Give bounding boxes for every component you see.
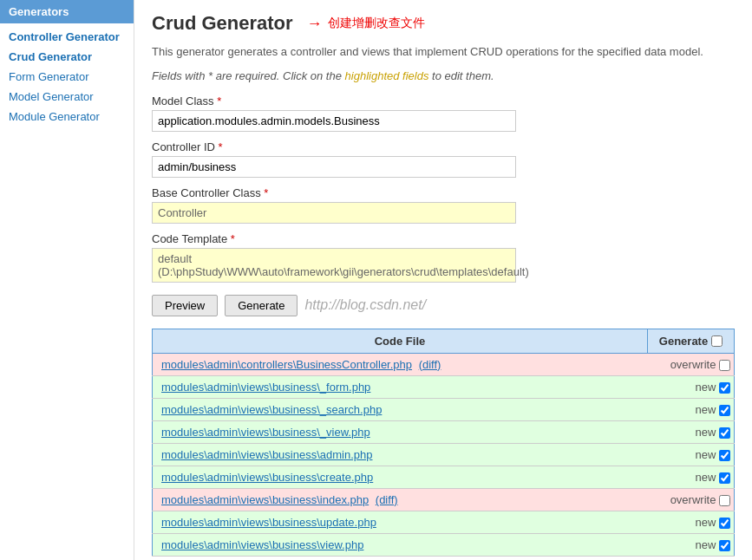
status-text: new — [696, 516, 719, 529]
status-cell: new — [648, 420, 735, 443]
sidebar-item-module-generator[interactable]: Module Generator — [0, 107, 134, 127]
watermark: http://blog.csdn.net/ — [304, 297, 426, 313]
code-template-value[interactable]: default (D:\phpStudy\WWW\auto\framework\… — [152, 248, 516, 283]
table-row: modules\admin\controllers\BusinessContro… — [153, 353, 735, 375]
status-text: new — [696, 381, 719, 394]
sidebar-nav: Controller Generator Crud Generator Form… — [0, 23, 134, 130]
sidebar: Generators Controller Generator Crud Gen… — [0, 0, 134, 560]
file-link[interactable]: modules\admin\controllers\BusinessContro… — [161, 358, 412, 371]
status-cell: new — [648, 466, 735, 488]
file-cell: modules\admin\views\business\create.php — [153, 466, 648, 488]
base-controller-class-label: Base Controller Class * — [152, 186, 735, 199]
file-link[interactable]: modules\admin\views\business\_view.php — [161, 426, 370, 439]
status-cell: new — [648, 375, 735, 398]
annotation-text: 创建增删改查文件 — [328, 16, 425, 31]
status-text: new — [696, 448, 719, 461]
table-row: modules\admin\views\business\index.php (… — [153, 488, 735, 511]
arrow-icon: → — [307, 15, 323, 33]
status-text: overwrite — [670, 358, 719, 371]
sidebar-item-crud-generator[interactable]: Crud Generator — [0, 47, 134, 67]
row-checkbox[interactable] — [719, 540, 730, 551]
controller-id-label: Controller ID * — [152, 140, 735, 153]
controller-id-group: Controller ID * — [152, 140, 735, 178]
file-cell: modules\admin\views\business\_form.php — [153, 375, 648, 398]
diff-link[interactable]: (diff) — [376, 493, 398, 506]
code-file-table: Code File Generate modules\admin\control… — [152, 329, 735, 557]
row-checkbox[interactable] — [719, 382, 730, 394]
file-cell: modules\admin\views\business\admin.php — [153, 443, 648, 466]
table-row: modules\admin\views\business\_form.phpne… — [153, 375, 735, 398]
file-cell: modules\admin\controllers\BusinessContro… — [153, 353, 648, 375]
layout: Generators Controller Generator Crud Gen… — [0, 0, 752, 560]
controller-id-input[interactable] — [152, 156, 516, 178]
status-cell: new — [648, 443, 735, 466]
table-header-row: Code File Generate — [153, 329, 735, 353]
model-class-input[interactable] — [152, 110, 516, 132]
generate-button[interactable]: Generate — [225, 295, 298, 316]
file-cell: modules\admin\views\business\_view.php — [153, 420, 648, 443]
base-controller-class-value[interactable]: Controller — [152, 202, 516, 224]
preview-button[interactable]: Preview — [152, 295, 218, 316]
instruction-highlighted: highlighted fields — [345, 69, 429, 82]
page-title: Crud Generator — [152, 12, 293, 35]
code-template-required: * — [231, 232, 235, 245]
sidebar-item-form-generator[interactable]: Form Generator — [0, 67, 134, 87]
table-row: modules\admin\views\business\admin.phpne… — [153, 443, 735, 466]
description: This generator generates a controller an… — [152, 43, 735, 61]
file-link[interactable]: modules\admin\views\business\create.php — [161, 471, 373, 484]
status-text: new — [696, 538, 719, 551]
table-row: modules\admin\views\business\create.phpn… — [153, 466, 735, 488]
row-checkbox[interactable] — [719, 518, 730, 529]
sidebar-header: Generators — [0, 0, 134, 23]
instruction-prefix: Fields with * are required. Click on the — [152, 69, 342, 82]
status-cell: overwrite — [648, 353, 735, 375]
main-content: Crud Generator → 创建增删改查文件 This generator… — [134, 0, 752, 560]
file-link[interactable]: modules\admin\views\business\view.php — [161, 538, 363, 551]
button-row: Preview Generate http://blog.csdn.net/ — [152, 295, 735, 316]
file-link[interactable]: modules\admin\views\business\_form.php — [161, 381, 370, 394]
row-checkbox[interactable] — [719, 472, 730, 484]
code-template-label: Code Template * — [152, 232, 735, 245]
file-link[interactable]: modules\admin\views\business\index.php — [161, 493, 369, 506]
status-cell: new — [648, 534, 735, 557]
col-code-file: Code File — [153, 329, 648, 353]
title-annotation: → 创建增删改查文件 — [307, 15, 425, 33]
table-row: modules\admin\views\business\_view.phpne… — [153, 420, 735, 443]
instruction-suffix: to edit them. — [432, 69, 494, 82]
sidebar-item-model-generator[interactable]: Model Generator — [0, 87, 134, 107]
sidebar-item-controller-generator[interactable]: Controller Generator — [0, 27, 134, 47]
model-class-required: * — [217, 94, 221, 107]
row-checkbox[interactable] — [719, 495, 730, 506]
status-cell: new — [648, 511, 735, 533]
status-text: new — [696, 403, 719, 416]
file-cell: modules\admin\views\business\_search.php — [153, 398, 648, 420]
row-checkbox[interactable] — [719, 360, 730, 371]
status-text: overwrite — [670, 493, 719, 506]
status-text: new — [696, 426, 719, 439]
base-controller-required: * — [264, 186, 268, 199]
instruction: Fields with * are required. Click on the… — [152, 69, 735, 82]
title-row: Crud Generator → 创建增删改查文件 — [152, 12, 735, 35]
file-cell: modules\admin\views\business\view.php — [153, 534, 648, 557]
diff-link[interactable]: (diff) — [419, 358, 441, 371]
file-cell: modules\admin\views\business\index.php (… — [153, 488, 648, 511]
model-class-label: Model Class * — [152, 94, 735, 107]
file-link[interactable]: modules\admin\views\business\_search.php — [161, 403, 382, 416]
table-row: modules\admin\views\business\update.phpn… — [153, 511, 735, 533]
status-cell: overwrite — [648, 488, 735, 511]
file-cell: modules\admin\views\business\update.php — [153, 511, 648, 533]
row-checkbox[interactable] — [719, 450, 730, 461]
table-row: modules\admin\views\business\view.phpnew — [153, 534, 735, 557]
row-checkbox[interactable] — [719, 405, 730, 416]
file-link[interactable]: modules\admin\views\business\admin.php — [161, 448, 373, 461]
generate-all-checkbox[interactable] — [711, 335, 723, 347]
status-text: new — [696, 471, 719, 484]
col-generate: Generate — [648, 329, 735, 353]
base-controller-class-group: Base Controller Class * Controller — [152, 186, 735, 224]
code-template-group: Code Template * default (D:\phpStudy\WWW… — [152, 232, 735, 283]
controller-id-required: * — [219, 140, 223, 153]
file-link[interactable]: modules\admin\views\business\update.php — [161, 516, 376, 529]
status-cell: new — [648, 398, 735, 420]
row-checkbox[interactable] — [719, 427, 730, 439]
model-class-group: Model Class * — [152, 94, 735, 132]
